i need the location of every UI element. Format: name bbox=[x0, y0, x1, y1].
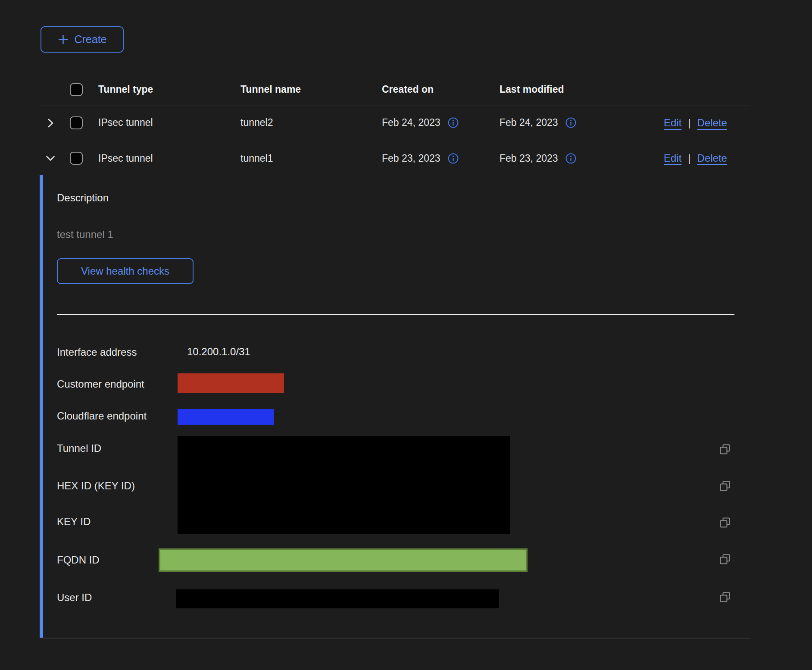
description-value: test tunnel 1 bbox=[57, 228, 113, 241]
customer-endpoint-redacted-value bbox=[178, 373, 284, 393]
info-icon[interactable] bbox=[447, 117, 459, 128]
row-actions: Edit | Delete bbox=[664, 140, 727, 177]
copy-hex-id-button[interactable] bbox=[718, 479, 732, 493]
info-icon[interactable] bbox=[565, 117, 577, 128]
copy-tunnel-id-button[interactable] bbox=[718, 442, 732, 456]
header-last-modified: Last modified bbox=[500, 73, 564, 106]
copy-icon bbox=[718, 442, 732, 456]
row-select-cell bbox=[70, 140, 83, 177]
header-created-on: Created on bbox=[382, 73, 434, 106]
tunnel-type-cell: IPsec tunnel bbox=[98, 106, 153, 140]
tunnel-list-page: Create Tunnel type Tunnel name Created o… bbox=[0, 0, 812, 670]
row-select-cell bbox=[70, 106, 83, 140]
copy-key-id-button[interactable] bbox=[718, 516, 732, 529]
table-row-tunnel1: IPsec tunnel tunnel1 Feb 23, 2023 Feb 23… bbox=[41, 140, 750, 177]
copy-icon bbox=[718, 479, 732, 493]
row-checkbox[interactable] bbox=[70, 116, 83, 129]
interface-address-value: 10.200.1.0/31 bbox=[187, 346, 250, 358]
created-on-value: Feb 24, 2023 bbox=[382, 117, 440, 128]
copy-icon bbox=[718, 516, 732, 529]
cloudflare-endpoint-redacted-value bbox=[178, 409, 274, 425]
row-checkbox[interactable] bbox=[70, 152, 83, 165]
chevron-right-icon bbox=[44, 116, 57, 129]
last-modified-cell: Feb 23, 2023 bbox=[500, 140, 577, 177]
plus-icon bbox=[57, 34, 69, 45]
last-modified-value: Feb 23, 2023 bbox=[500, 153, 558, 164]
user-id-label: User ID bbox=[57, 591, 92, 604]
edit-link[interactable]: Edit bbox=[664, 152, 681, 164]
chevron-down-icon bbox=[44, 152, 57, 165]
tunnel-name-cell: tunnel1 bbox=[240, 140, 273, 177]
tunnel-id-redacted-value bbox=[178, 436, 510, 534]
user-id-redacted-value bbox=[176, 589, 499, 608]
tunnel-type-cell: IPsec tunnel bbox=[98, 140, 153, 177]
row-actions: Edit | Delete bbox=[664, 106, 727, 140]
customer-endpoint-label: Customer endpoint bbox=[57, 378, 144, 391]
last-modified-cell: Feb 24, 2023 bbox=[500, 106, 577, 140]
panel-bottom-divider bbox=[43, 638, 750, 639]
hex-id-label: HEX ID (KEY ID) bbox=[57, 479, 135, 492]
table-header: Tunnel type Tunnel name Created on Last … bbox=[41, 73, 750, 106]
created-on-cell: Feb 23, 2023 bbox=[382, 140, 459, 177]
create-button-label: Create bbox=[74, 33, 106, 46]
table-row-tunnel2: IPsec tunnel tunnel2 Feb 24, 2023 Feb 24… bbox=[41, 106, 750, 140]
fqdn-id-label: FQDN ID bbox=[57, 554, 100, 567]
info-icon[interactable] bbox=[447, 153, 459, 164]
select-all-checkbox[interactable] bbox=[70, 83, 83, 96]
last-modified-value: Feb 24, 2023 bbox=[500, 117, 558, 128]
expanded-row-indicator bbox=[40, 175, 43, 638]
info-icon[interactable] bbox=[565, 153, 577, 164]
action-separator: | bbox=[688, 117, 690, 129]
header-tunnel-name: Tunnel name bbox=[240, 73, 301, 106]
tunnel-name-cell: tunnel2 bbox=[240, 106, 273, 140]
delete-link[interactable]: Delete bbox=[697, 117, 727, 129]
interface-address-label: Interface address bbox=[57, 346, 137, 359]
created-on-value: Feb 23, 2023 bbox=[382, 153, 440, 164]
expand-row-button[interactable] bbox=[43, 116, 58, 130]
fqdn-id-redacted-value bbox=[159, 548, 528, 572]
description-label: Description bbox=[57, 191, 109, 204]
expand-cell bbox=[43, 140, 58, 177]
select-all-cell bbox=[70, 73, 83, 106]
delete-link[interactable]: Delete bbox=[697, 152, 727, 164]
cloudflare-endpoint-label: Cloudflare endpoint bbox=[57, 410, 147, 423]
edit-link[interactable]: Edit bbox=[664, 117, 681, 129]
copy-icon bbox=[718, 552, 732, 566]
copy-icon bbox=[718, 590, 732, 604]
header-tunnel-type: Tunnel type bbox=[98, 73, 153, 106]
key-id-label: KEY ID bbox=[57, 515, 91, 528]
expand-cell bbox=[43, 106, 58, 140]
details-divider bbox=[57, 314, 734, 315]
copy-fqdn-id-button[interactable] bbox=[718, 552, 732, 566]
view-health-checks-label: View health checks bbox=[81, 265, 169, 277]
action-separator: | bbox=[688, 152, 690, 164]
view-health-checks-button[interactable]: View health checks bbox=[57, 258, 194, 284]
tunnel-id-label: Tunnel ID bbox=[57, 442, 101, 455]
collapse-row-button[interactable] bbox=[43, 151, 58, 166]
copy-user-id-button[interactable] bbox=[718, 590, 732, 604]
create-button[interactable]: Create bbox=[41, 26, 124, 53]
created-on-cell: Feb 24, 2023 bbox=[382, 106, 459, 140]
